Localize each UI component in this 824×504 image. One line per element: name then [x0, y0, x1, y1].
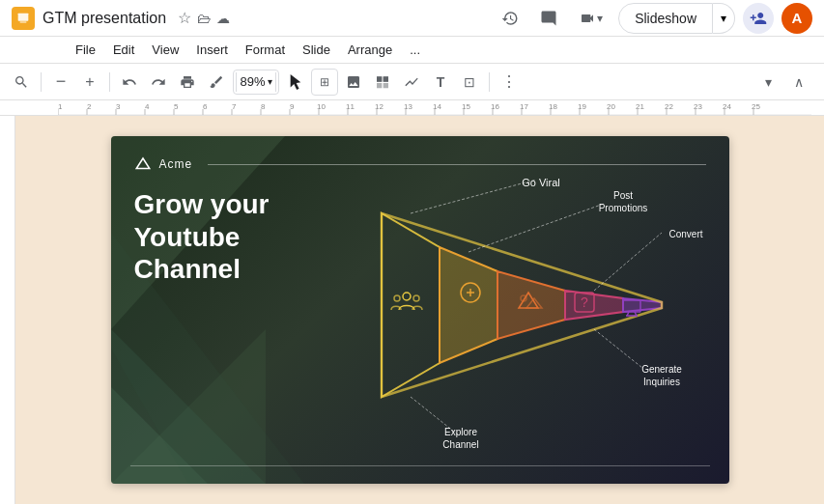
zoom-dropdown-icon: ▾: [268, 76, 272, 87]
go-viral-label: Go Viral: [522, 177, 560, 188]
comment-button[interactable]: [533, 3, 564, 34]
menu-edit[interactable]: Edit: [105, 40, 142, 60]
svg-line-60: [594, 329, 642, 368]
image-button[interactable]: [340, 69, 367, 96]
headline-line2: Youtube: [134, 222, 241, 252]
headline-line1: Grow your: [134, 189, 270, 219]
cursor-button[interactable]: [282, 69, 309, 96]
divider-2: [109, 72, 110, 92]
slide-bottom-divider: [130, 465, 710, 466]
divider-1: [41, 72, 42, 92]
user-initial: A: [792, 10, 803, 26]
dropdown-arrow-button[interactable]: ▾: [754, 69, 781, 96]
slideshow-dropdown-button[interactable]: ▾: [713, 3, 735, 34]
svg-text:Generate: Generate: [641, 364, 682, 375]
share-avatar[interactable]: [743, 3, 774, 34]
slideshow-button[interactable]: Slideshow: [618, 3, 713, 34]
zoom-display: 89% ▾: [233, 70, 278, 95]
svg-text:4: 4: [145, 102, 150, 111]
undo-button[interactable]: [116, 69, 143, 96]
collapse-button[interactable]: ∧: [785, 69, 812, 96]
menu-more[interactable]: ...: [402, 40, 428, 60]
shapes-button[interactable]: [369, 69, 396, 96]
slide[interactable]: Acme Grow your Youtube Channel: [111, 136, 729, 484]
frame-button[interactable]: ⊡: [456, 69, 483, 96]
menu-arrange[interactable]: Arrange: [340, 40, 400, 60]
svg-text:3: 3: [116, 102, 121, 111]
svg-text:6: 6: [203, 102, 208, 111]
line-button[interactable]: [398, 69, 425, 96]
history-button[interactable]: [495, 3, 526, 34]
svg-text:8: 8: [261, 102, 266, 111]
acme-brand-text: Acme: [159, 157, 193, 171]
more-options-button[interactable]: ⋮: [496, 69, 523, 96]
menu-file[interactable]: File: [68, 40, 103, 60]
svg-text:11: 11: [346, 102, 355, 111]
menu-bar: File Edit View Insert Format Slide Arran…: [0, 37, 824, 64]
canvas-area: Acme Grow your Youtube Channel: [15, 116, 824, 504]
redo-button[interactable]: [145, 69, 172, 96]
zoom-out-button[interactable]: −: [47, 69, 74, 96]
svg-text:16: 16: [491, 102, 499, 111]
vertical-ruler: [0, 116, 15, 504]
svg-text:Channel: Channel: [442, 439, 478, 450]
divider-5: [489, 72, 490, 92]
svg-text:17: 17: [520, 102, 528, 111]
zoom-percent-button[interactable]: 89% ▾: [242, 69, 270, 96]
zoom-in-button[interactable]: +: [76, 69, 103, 96]
svg-line-58: [594, 233, 662, 291]
svg-line-56: [411, 180, 536, 213]
svg-rect-0: [18, 13, 29, 20]
svg-text:21: 21: [636, 102, 644, 111]
user-avatar[interactable]: A: [781, 3, 812, 34]
app-icon: [12, 7, 35, 30]
svg-text:22: 22: [665, 102, 673, 111]
title-bar: GTM presentation ☆ 🗁 ☁ ▾ Slideshow ▾: [0, 0, 824, 37]
horizontal-ruler: 1 2 3 4 5 6 7 8 9 10 11 12 13 1: [0, 100, 824, 116]
doc-title[interactable]: GTM presentation: [43, 10, 166, 27]
svg-text:12: 12: [375, 102, 384, 111]
cloud-icon[interactable]: ☁: [216, 11, 230, 26]
acme-logo: Acme: [134, 155, 706, 173]
funnel-diagram: Go Viral Post Promotions Convert Explore…: [362, 175, 729, 464]
paint-button[interactable]: [203, 69, 230, 96]
svg-text:2: 2: [87, 102, 92, 111]
svg-text:7: 7: [232, 102, 237, 111]
menu-insert[interactable]: Insert: [188, 40, 236, 60]
svg-point-68: [403, 293, 411, 300]
svg-text:24: 24: [723, 102, 731, 111]
svg-text:Promotions: Promotions: [598, 203, 647, 213]
select-button[interactable]: ⊞: [311, 69, 338, 96]
toolbar: − + 89% ▾ ⊞ T ⊡ ⋮ ▾ ∧: [0, 64, 824, 100]
svg-text:14: 14: [433, 102, 441, 111]
svg-point-70: [394, 295, 400, 301]
svg-rect-1: [20, 21, 27, 22]
menu-view[interactable]: View: [144, 40, 186, 60]
meet-button[interactable]: ▾: [572, 3, 611, 34]
headline-line3: Channel: [134, 254, 241, 284]
folder-icon[interactable]: 🗁: [197, 11, 211, 26]
svg-text:23: 23: [694, 102, 702, 111]
menu-slide[interactable]: Slide: [295, 40, 338, 60]
divider-4: [275, 72, 276, 92]
slideshow-group: Slideshow ▾: [618, 3, 735, 34]
svg-text:20: 20: [607, 102, 615, 111]
svg-text:Inquiries: Inquiries: [643, 377, 680, 387]
svg-text:19: 19: [578, 102, 586, 111]
menu-format[interactable]: Format: [238, 40, 293, 60]
toolbar-right: ▾ ∧: [754, 69, 812, 96]
star-icon[interactable]: ☆: [178, 9, 191, 27]
title-icons: ☆ 🗁 ☁: [178, 9, 230, 27]
text-button[interactable]: T: [427, 69, 454, 96]
print-button[interactable]: [174, 69, 201, 96]
zoom-value: 89%: [240, 74, 265, 89]
slideshow-dropdown-icon: ▾: [721, 12, 726, 25]
svg-text:25: 25: [752, 102, 760, 111]
svg-point-69: [413, 295, 419, 301]
search-button[interactable]: [8, 69, 35, 96]
svg-text:5: 5: [174, 102, 179, 111]
svg-text:18: 18: [549, 102, 557, 111]
svg-text:?: ?: [581, 294, 588, 310]
meet-dropdown-icon: ▾: [597, 12, 603, 25]
main-area: Acme Grow your Youtube Channel: [0, 116, 824, 504]
